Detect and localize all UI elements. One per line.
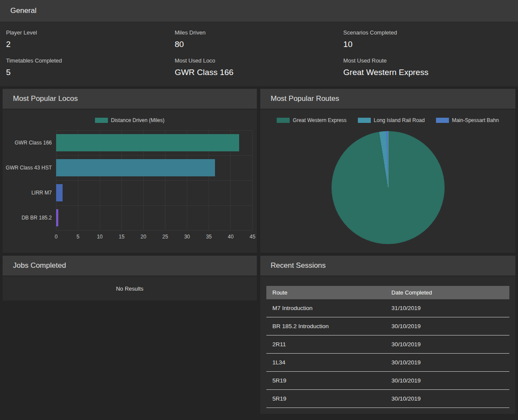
session-route-cell: BR 185.2 Introduction: [266, 317, 385, 335]
bar-category-label: DB BR 185.2: [3, 205, 56, 230]
session-date-cell: 31/10/2019: [385, 299, 509, 317]
stat-most-used-route: Most Used Route Great Western Express: [343, 57, 512, 78]
session-date-cell: 30/10/2019: [385, 354, 509, 372]
pie-chart-legend: Great Western ExpressLong Island Rail Ro…: [260, 117, 515, 123]
bar-track: [56, 180, 252, 205]
panel-header: Recent Sessions: [260, 256, 515, 276]
session-date-cell: 30/10/2019: [385, 335, 509, 354]
charts-row: Most Popular Locos Distance Driven (Mile…: [3, 89, 515, 253]
bar: [56, 184, 63, 201]
stat-value: 80: [175, 39, 344, 50]
bar: [56, 159, 215, 176]
stat-label: Scenarios Completed: [343, 29, 512, 36]
bar-x-axis: 051015202530354045: [56, 232, 253, 242]
sessions-table-head-row: RouteDate Completed: [266, 286, 509, 299]
pie-chart-panel-body: Great Western ExpressLong Island Rail Ro…: [260, 110, 515, 253]
panel-title: Most Popular Routes: [271, 94, 339, 103]
pie-wrap: [260, 130, 515, 244]
panel-header: Most Popular Routes: [260, 89, 515, 109]
bar: [56, 209, 58, 226]
table-row: 1L3430/10/2019: [266, 354, 509, 372]
stat-value: 10: [343, 39, 512, 50]
legend-swatch-icon: [277, 118, 290, 123]
bar-track: [56, 130, 252, 155]
sessions-table: RouteDate Completed M7 Introduction31/10…: [266, 286, 509, 408]
stat-scenarios-completed: Scenarios Completed 10: [343, 29, 512, 50]
panel-most-popular-routes: Most Popular Routes Great Western Expres…: [260, 89, 515, 253]
stat-label: Most Used Route: [343, 57, 512, 64]
session-route-cell: 1L34: [266, 354, 385, 372]
x-axis-tick-label: 40: [228, 234, 234, 240]
legend-label: Long Island Rail Road: [374, 117, 425, 123]
legend-label: Distance Driven (Miles): [111, 117, 164, 123]
stat-value: Great Western Express: [343, 67, 512, 78]
bar-track: [56, 155, 252, 180]
sessions-column-header: Route: [266, 286, 385, 299]
table-row: 5R1930/10/2019: [266, 372, 509, 390]
x-axis-tick-label: 20: [141, 234, 146, 240]
table-row: M7 Introduction31/10/2019: [266, 299, 509, 317]
legend-item[interactable]: Long Island Rail Road: [358, 117, 425, 123]
panel-header: Jobs Completed: [3, 256, 257, 276]
session-route-cell: M7 Introduction: [266, 299, 385, 317]
legend-swatch-icon: [436, 118, 449, 123]
bar-category-labels: GWR Class 166GWR Class 43 HSTLIRR M7DB B…: [3, 130, 56, 231]
stat-value: GWR Class 166: [175, 67, 344, 78]
stat-value: 5: [6, 67, 175, 78]
panel-most-popular-locos: Most Popular Locos Distance Driven (Mile…: [3, 89, 257, 253]
bar-plot-area: [56, 130, 253, 231]
legend-label: Main-Spessart Bahn: [452, 117, 499, 123]
legend-item[interactable]: Great Western Express: [277, 117, 347, 123]
bar-category-label: LIRR M7: [3, 180, 56, 205]
legend-swatch-icon: [95, 118, 108, 123]
sessions-column-header: Date Completed: [385, 286, 509, 299]
x-axis-tick-label: 35: [206, 234, 212, 240]
panel-title: Most Popular Locos: [13, 94, 78, 103]
panel-jobs-completed: Jobs Completed No Results: [3, 256, 257, 301]
stats-summary: Player Level 2 Miles Driven 80 Scenarios…: [0, 22, 518, 86]
bottom-row: Jobs Completed No Results Recent Session…: [3, 256, 515, 414]
stat-label: Timetables Completed: [6, 57, 175, 64]
x-axis-tick-label: 0: [55, 234, 58, 240]
x-axis-tick-label: 30: [184, 234, 190, 240]
table-row: 5R1930/10/2019: [266, 390, 509, 408]
sessions-table-body: M7 Introduction31/10/2019BR 185.2 Introd…: [266, 299, 509, 408]
bar-chart: GWR Class 166GWR Class 43 HSTLIRR M7DB B…: [3, 130, 257, 231]
session-date-cell: 30/10/2019: [385, 317, 509, 335]
stat-timetables-completed: Timetables Completed 5: [6, 57, 175, 78]
x-axis-tick-label: 5: [76, 234, 79, 240]
stat-most-used-loco: Most Used Loco GWR Class 166: [175, 57, 344, 78]
stat-miles-driven: Miles Driven 80: [175, 29, 344, 50]
sessions-panel-body: RouteDate Completed M7 Introduction31/10…: [260, 276, 515, 414]
table-row: BR 185.2 Introduction30/10/2019: [266, 317, 509, 335]
no-results-text: No Results: [116, 285, 144, 292]
stat-label: Miles Driven: [175, 29, 344, 36]
panel-title: Jobs Completed: [13, 261, 66, 270]
stat-label: Player Level: [6, 29, 175, 36]
panel-recent-sessions: Recent Sessions RouteDate Completed M7 I…: [260, 256, 515, 414]
panel-header: Most Popular Locos: [3, 89, 257, 109]
bar-chart-legend: Distance Driven (Miles): [3, 117, 257, 123]
panel-title: Recent Sessions: [271, 261, 326, 270]
x-axis-tick-label: 10: [97, 234, 102, 240]
legend-swatch-icon: [358, 118, 371, 123]
bar: [56, 134, 239, 151]
stat-player-level: Player Level 2: [6, 29, 175, 50]
legend-item[interactable]: Main-Spessart Bahn: [436, 117, 499, 123]
legend-item[interactable]: Distance Driven (Miles): [95, 117, 164, 123]
pie-chart: [332, 131, 445, 244]
session-route-cell: 5R19: [266, 390, 385, 408]
general-header-bar: General: [0, 0, 518, 22]
legend-label: Great Western Express: [293, 117, 347, 123]
bar-category-label: GWR Class 43 HST: [3, 155, 56, 180]
session-route-cell: 5R19: [266, 372, 385, 390]
bar-track: [56, 205, 252, 230]
x-axis-tick-label: 25: [162, 234, 168, 240]
table-row: 2R1130/10/2019: [266, 335, 509, 354]
session-date-cell: 30/10/2019: [385, 390, 509, 408]
bar-chart-panel-body: Distance Driven (Miles) GWR Class 166GWR…: [3, 110, 257, 253]
bar-category-label: GWR Class 166: [3, 130, 56, 155]
session-date-cell: 30/10/2019: [385, 372, 509, 390]
stat-label: Most Used Loco: [175, 57, 344, 64]
session-route-cell: 2R11: [266, 335, 385, 354]
